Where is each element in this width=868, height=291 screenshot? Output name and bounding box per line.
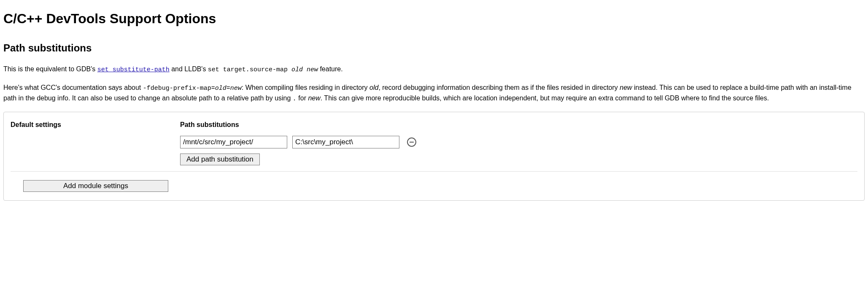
page-title: C/C++ DevTools Support Options — [3, 8, 865, 29]
settings-panel: Default settings Path substitutions Add … — [3, 112, 865, 201]
add-path-substitution-button[interactable]: Add path substitution — [180, 154, 260, 165]
section-title-path-substitutions: Path substitutions — [3, 40, 865, 56]
remove-row-button[interactable] — [407, 137, 416, 147]
set-substitute-path-link[interactable]: set substitute-path — [97, 66, 170, 73]
path-from-input[interactable] — [180, 136, 287, 148]
path-substitutions-label: Path substitutions — [180, 120, 857, 130]
intro-paragraph-1: This is the equivalent to GDB's set subs… — [3, 64, 865, 75]
path-substitution-row — [180, 136, 857, 148]
add-module-settings-button[interactable]: Add module settings — [23, 180, 168, 192]
path-to-input[interactable] — [292, 136, 399, 148]
intro-paragraph-2: Here's what GCC's documentation says abo… — [3, 83, 865, 104]
default-settings-label: Default settings — [11, 120, 180, 130]
divider — [11, 171, 857, 172]
